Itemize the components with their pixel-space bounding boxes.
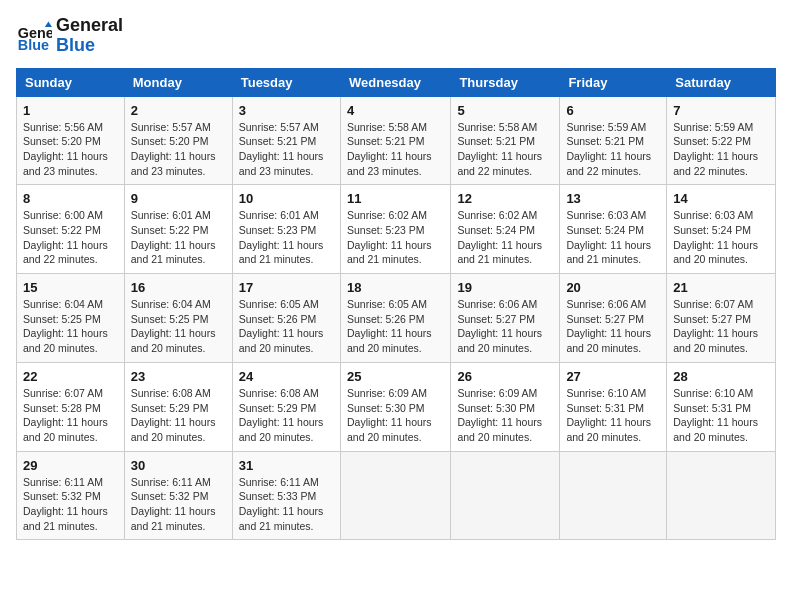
day-number: 11 (347, 191, 444, 206)
day-info: Sunrise: 5:56 AMSunset: 5:20 PMDaylight:… (23, 120, 118, 179)
day-cell: 22Sunrise: 6:07 AMSunset: 5:28 PMDayligh… (17, 362, 125, 451)
calendar-table: SundayMondayTuesdayWednesdayThursdayFrid… (16, 68, 776, 541)
day-info: Sunrise: 6:10 AMSunset: 5:31 PMDaylight:… (566, 386, 660, 445)
day-number: 14 (673, 191, 769, 206)
day-number: 28 (673, 369, 769, 384)
day-number: 31 (239, 458, 334, 473)
day-info: Sunrise: 6:07 AMSunset: 5:27 PMDaylight:… (673, 297, 769, 356)
day-cell: 6Sunrise: 5:59 AMSunset: 5:21 PMDaylight… (560, 96, 667, 185)
day-info: Sunrise: 6:06 AMSunset: 5:27 PMDaylight:… (566, 297, 660, 356)
day-cell: 5Sunrise: 5:58 AMSunset: 5:21 PMDaylight… (451, 96, 560, 185)
week-row-4: 22Sunrise: 6:07 AMSunset: 5:28 PMDayligh… (17, 362, 776, 451)
day-number: 8 (23, 191, 118, 206)
calendar-header-row: SundayMondayTuesdayWednesdayThursdayFrid… (17, 68, 776, 96)
day-info: Sunrise: 6:07 AMSunset: 5:28 PMDaylight:… (23, 386, 118, 445)
week-row-1: 1Sunrise: 5:56 AMSunset: 5:20 PMDaylight… (17, 96, 776, 185)
header-thursday: Thursday (451, 68, 560, 96)
header: General Blue General Blue (16, 16, 776, 56)
week-row-2: 8Sunrise: 6:00 AMSunset: 5:22 PMDaylight… (17, 185, 776, 274)
day-info: Sunrise: 5:57 AMSunset: 5:21 PMDaylight:… (239, 120, 334, 179)
day-cell (560, 451, 667, 540)
day-number: 6 (566, 103, 660, 118)
day-number: 24 (239, 369, 334, 384)
day-number: 15 (23, 280, 118, 295)
day-number: 13 (566, 191, 660, 206)
day-info: Sunrise: 6:01 AMSunset: 5:22 PMDaylight:… (131, 208, 226, 267)
day-cell: 28Sunrise: 6:10 AMSunset: 5:31 PMDayligh… (667, 362, 776, 451)
day-cell: 29Sunrise: 6:11 AMSunset: 5:32 PMDayligh… (17, 451, 125, 540)
day-info: Sunrise: 6:11 AMSunset: 5:32 PMDaylight:… (23, 475, 118, 534)
day-cell: 15Sunrise: 6:04 AMSunset: 5:25 PMDayligh… (17, 274, 125, 363)
day-cell: 10Sunrise: 6:01 AMSunset: 5:23 PMDayligh… (232, 185, 340, 274)
day-cell: 7Sunrise: 5:59 AMSunset: 5:22 PMDaylight… (667, 96, 776, 185)
day-info: Sunrise: 6:02 AMSunset: 5:24 PMDaylight:… (457, 208, 553, 267)
day-cell: 25Sunrise: 6:09 AMSunset: 5:30 PMDayligh… (340, 362, 450, 451)
day-cell: 27Sunrise: 6:10 AMSunset: 5:31 PMDayligh… (560, 362, 667, 451)
day-info: Sunrise: 6:05 AMSunset: 5:26 PMDaylight:… (347, 297, 444, 356)
day-info: Sunrise: 6:00 AMSunset: 5:22 PMDaylight:… (23, 208, 118, 267)
day-number: 17 (239, 280, 334, 295)
day-number: 20 (566, 280, 660, 295)
day-number: 26 (457, 369, 553, 384)
day-number: 22 (23, 369, 118, 384)
day-info: Sunrise: 6:04 AMSunset: 5:25 PMDaylight:… (131, 297, 226, 356)
day-cell: 19Sunrise: 6:06 AMSunset: 5:27 PMDayligh… (451, 274, 560, 363)
day-info: Sunrise: 5:58 AMSunset: 5:21 PMDaylight:… (457, 120, 553, 179)
day-number: 2 (131, 103, 226, 118)
day-cell: 17Sunrise: 6:05 AMSunset: 5:26 PMDayligh… (232, 274, 340, 363)
day-cell: 18Sunrise: 6:05 AMSunset: 5:26 PMDayligh… (340, 274, 450, 363)
day-cell: 3Sunrise: 5:57 AMSunset: 5:21 PMDaylight… (232, 96, 340, 185)
day-info: Sunrise: 6:05 AMSunset: 5:26 PMDaylight:… (239, 297, 334, 356)
day-cell: 12Sunrise: 6:02 AMSunset: 5:24 PMDayligh… (451, 185, 560, 274)
day-info: Sunrise: 6:08 AMSunset: 5:29 PMDaylight:… (239, 386, 334, 445)
header-sunday: Sunday (17, 68, 125, 96)
day-info: Sunrise: 6:02 AMSunset: 5:23 PMDaylight:… (347, 208, 444, 267)
day-info: Sunrise: 6:10 AMSunset: 5:31 PMDaylight:… (673, 386, 769, 445)
day-number: 25 (347, 369, 444, 384)
day-info: Sunrise: 5:59 AMSunset: 5:21 PMDaylight:… (566, 120, 660, 179)
logo: General Blue General Blue (16, 16, 123, 56)
day-number: 30 (131, 458, 226, 473)
logo-blue-text: Blue (56, 36, 123, 56)
day-number: 3 (239, 103, 334, 118)
day-number: 9 (131, 191, 226, 206)
day-number: 5 (457, 103, 553, 118)
day-cell (451, 451, 560, 540)
day-info: Sunrise: 5:57 AMSunset: 5:20 PMDaylight:… (131, 120, 226, 179)
day-cell: 24Sunrise: 6:08 AMSunset: 5:29 PMDayligh… (232, 362, 340, 451)
day-info: Sunrise: 6:03 AMSunset: 5:24 PMDaylight:… (673, 208, 769, 267)
day-cell: 4Sunrise: 5:58 AMSunset: 5:21 PMDaylight… (340, 96, 450, 185)
day-cell: 16Sunrise: 6:04 AMSunset: 5:25 PMDayligh… (124, 274, 232, 363)
day-info: Sunrise: 6:04 AMSunset: 5:25 PMDaylight:… (23, 297, 118, 356)
day-number: 16 (131, 280, 226, 295)
header-monday: Monday (124, 68, 232, 96)
day-number: 18 (347, 280, 444, 295)
day-cell: 8Sunrise: 6:00 AMSunset: 5:22 PMDaylight… (17, 185, 125, 274)
day-cell: 30Sunrise: 6:11 AMSunset: 5:32 PMDayligh… (124, 451, 232, 540)
day-number: 10 (239, 191, 334, 206)
day-info: Sunrise: 6:08 AMSunset: 5:29 PMDaylight:… (131, 386, 226, 445)
day-cell: 9Sunrise: 6:01 AMSunset: 5:22 PMDaylight… (124, 185, 232, 274)
day-info: Sunrise: 6:09 AMSunset: 5:30 PMDaylight:… (457, 386, 553, 445)
day-number: 27 (566, 369, 660, 384)
day-cell: 20Sunrise: 6:06 AMSunset: 5:27 PMDayligh… (560, 274, 667, 363)
header-saturday: Saturday (667, 68, 776, 96)
day-number: 29 (23, 458, 118, 473)
svg-text:Blue: Blue (18, 37, 49, 53)
day-cell: 31Sunrise: 6:11 AMSunset: 5:33 PMDayligh… (232, 451, 340, 540)
day-cell: 13Sunrise: 6:03 AMSunset: 5:24 PMDayligh… (560, 185, 667, 274)
logo-icon: General Blue (16, 18, 52, 54)
day-info: Sunrise: 6:03 AMSunset: 5:24 PMDaylight:… (566, 208, 660, 267)
day-number: 7 (673, 103, 769, 118)
day-number: 21 (673, 280, 769, 295)
day-info: Sunrise: 6:01 AMSunset: 5:23 PMDaylight:… (239, 208, 334, 267)
day-number: 19 (457, 280, 553, 295)
header-wednesday: Wednesday (340, 68, 450, 96)
day-cell: 2Sunrise: 5:57 AMSunset: 5:20 PMDaylight… (124, 96, 232, 185)
day-info: Sunrise: 6:11 AMSunset: 5:33 PMDaylight:… (239, 475, 334, 534)
day-info: Sunrise: 6:09 AMSunset: 5:30 PMDaylight:… (347, 386, 444, 445)
header-friday: Friday (560, 68, 667, 96)
header-tuesday: Tuesday (232, 68, 340, 96)
week-row-3: 15Sunrise: 6:04 AMSunset: 5:25 PMDayligh… (17, 274, 776, 363)
day-number: 4 (347, 103, 444, 118)
